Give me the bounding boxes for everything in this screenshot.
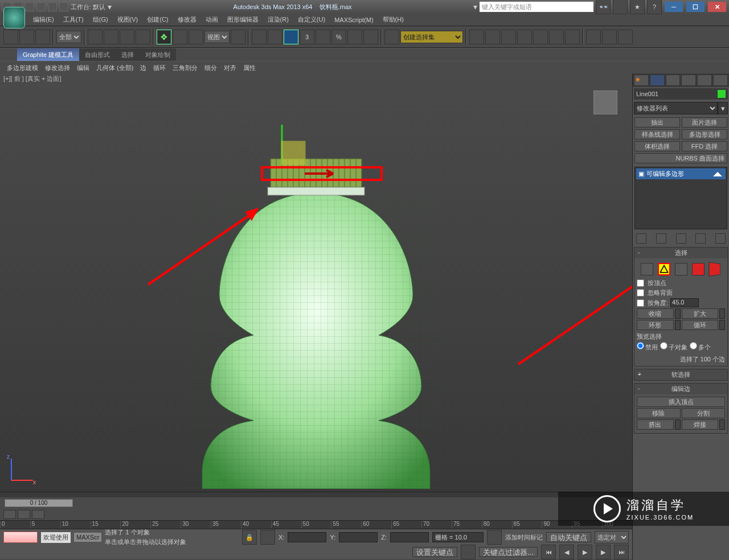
window-close[interactable]: ✕ xyxy=(708,2,726,12)
preview-off-radio[interactable] xyxy=(637,342,644,349)
ribbon-tab-graphite[interactable]: Graphite 建模工具 xyxy=(17,48,79,61)
menu-customize[interactable]: 自定义(U) xyxy=(293,14,330,26)
ribbon-panel-poly[interactable]: 多边形建模 xyxy=(3,61,42,73)
angle-snap-icon[interactable]: 3 xyxy=(300,30,314,44)
menu-modifiers[interactable]: 修改器 xyxy=(173,14,201,26)
object-color-swatch[interactable] xyxy=(718,90,726,98)
viewport-label[interactable]: [+][ 前 ] [真实 + 边面] xyxy=(3,75,61,83)
spinner-snap-icon[interactable]: % xyxy=(331,30,346,44)
abc-icon[interactable] xyxy=(384,30,399,44)
time-tag-icon[interactable] xyxy=(487,530,502,545)
remove-modifier-icon[interactable] xyxy=(695,233,706,244)
qb-spline-sel[interactable]: 样条线选择 xyxy=(634,129,680,139)
ribbon-tab-freeform[interactable]: 自由形式 xyxy=(79,48,116,61)
maxscript-label[interactable]: MAXScr xyxy=(74,533,101,542)
ring-spinner[interactable] xyxy=(675,320,681,330)
graphite-icon[interactable] xyxy=(517,30,532,44)
pin-stack-icon[interactable] xyxy=(636,233,646,244)
qb-patch-sel[interactable]: 面片选择 xyxy=(682,117,727,127)
bind-spacewarp-icon[interactable] xyxy=(35,30,50,44)
subobj-border-icon[interactable] xyxy=(675,263,687,275)
key-filter-icon[interactable] xyxy=(18,510,30,519)
rollout-soft-header[interactable]: +软选择 xyxy=(634,369,727,380)
ribbon-panel-align[interactable]: 对齐 xyxy=(220,61,240,73)
subobj-vertex-icon[interactable] xyxy=(641,263,653,275)
region-rect-icon[interactable] xyxy=(120,30,134,44)
extrude-button[interactable]: 挤出 xyxy=(637,419,674,430)
loop-button[interactable]: 循环 xyxy=(682,320,719,330)
viewport-scrollbar[interactable] xyxy=(0,492,632,497)
qb-poly-sel[interactable]: 多边形选择 xyxy=(682,129,727,139)
ribbon-panel-modsel[interactable]: 修改选择 xyxy=(42,61,73,73)
time-slider-thumb[interactable]: 0 / 100 xyxy=(5,499,73,507)
qat-link-icon[interactable] xyxy=(59,2,68,11)
object-name-field[interactable]: Line001 xyxy=(634,88,728,100)
time-slider[interactable]: 0 / 100 xyxy=(0,497,632,509)
insert-vertex-button[interactable]: 插入顶点 xyxy=(637,397,725,407)
loop-spinner[interactable] xyxy=(719,320,725,330)
play-icon[interactable]: ▶ xyxy=(578,545,592,559)
key-filters-button[interactable]: 关键点过滤器... xyxy=(479,547,538,557)
goto-end-icon[interactable]: ⏭ xyxy=(614,545,629,559)
bottle-model[interactable]: y xyxy=(157,125,476,489)
ribbon-panel-loops[interactable]: 循环 xyxy=(150,61,169,73)
coord-x-input[interactable] xyxy=(288,532,326,542)
collapse-ribbon-icon[interactable]: ▾ xyxy=(473,2,477,11)
tab-motion-icon[interactable] xyxy=(681,75,696,86)
stack-item-editable-poly[interactable]: ▣ 可编辑多边形 xyxy=(636,168,726,179)
ribbon-panel-edit[interactable]: 编辑 xyxy=(73,61,93,73)
configure-sets-icon[interactable] xyxy=(715,233,726,244)
modifier-list[interactable]: 修改器列表 ▾ xyxy=(634,102,728,114)
goto-start-icon[interactable]: ⏮ xyxy=(541,545,556,559)
rollout-soft-selection[interactable]: +软选择 xyxy=(634,369,728,381)
manipulate-icon[interactable] xyxy=(252,30,267,44)
rollout-selection-header[interactable]: 选择 xyxy=(634,248,727,258)
qat-redo-icon[interactable] xyxy=(48,2,57,11)
menu-render[interactable]: 渲染(R) xyxy=(263,14,293,26)
qb-extract[interactable]: 抽出 xyxy=(634,117,680,127)
shrink-button[interactable]: 收缩 xyxy=(637,308,674,319)
qat-save-icon[interactable] xyxy=(25,2,34,11)
select-rotate-icon[interactable] xyxy=(173,30,187,44)
render-frame-icon[interactable] xyxy=(602,30,617,44)
menu-views[interactable]: 视图(V) xyxy=(113,14,143,26)
ribbon-tab-paint[interactable]: 对象绘制 xyxy=(140,48,176,61)
select-icon[interactable] xyxy=(88,30,103,44)
ring-button[interactable]: 环形 xyxy=(637,320,674,330)
modifier-list-dropdown-icon[interactable]: ▾ xyxy=(718,102,728,114)
ribbon-panel-edges[interactable]: 边 xyxy=(137,61,150,73)
coord-y-input[interactable] xyxy=(339,532,378,542)
set-key-icon[interactable] xyxy=(461,545,476,559)
tab-create-icon[interactable]: ✴ xyxy=(634,75,649,86)
use-pivot-center-icon[interactable] xyxy=(231,30,245,44)
prev-frame-icon[interactable]: ◀ xyxy=(559,545,574,559)
split-button[interactable]: 分割 xyxy=(682,408,726,418)
qb-vol-sel[interactable]: 体积选择 xyxy=(634,141,680,151)
by-vertex-checkbox[interactable] xyxy=(637,279,644,287)
menu-edit[interactable]: 编辑(E) xyxy=(28,14,59,26)
keyboard-shortcut-icon[interactable] xyxy=(268,30,282,44)
qb-ffd-sel[interactable]: FFD 选择 xyxy=(682,141,727,151)
material-editor-icon[interactable] xyxy=(565,30,580,44)
extrude-settings-icon[interactable] xyxy=(675,419,681,430)
help-icon[interactable]: ? xyxy=(647,0,662,14)
tab-hierarchy-icon[interactable] xyxy=(666,75,681,86)
search-icon[interactable]: 👓 xyxy=(596,0,611,14)
preview-subobj-radio[interactable] xyxy=(660,342,667,349)
menu-tools[interactable]: 工具(T) xyxy=(59,14,88,26)
weld-button[interactable]: 焊接 xyxy=(682,419,719,430)
mirror-icon[interactable] xyxy=(469,30,484,44)
ribbon-panel-subdiv[interactable]: 细分 xyxy=(201,61,220,73)
grow-spinner[interactable] xyxy=(719,308,725,319)
angle-spinner[interactable]: 45.0 xyxy=(670,298,699,307)
ribbon-panel-tri[interactable]: 三角剖分 xyxy=(169,61,201,73)
subobj-edge-icon[interactable] xyxy=(658,263,670,275)
render-setup-icon[interactable] xyxy=(586,30,601,44)
viewport[interactable]: [+][ 前 ] [真实 + 边面] xyxy=(0,73,632,492)
subobj-poly-icon[interactable] xyxy=(692,263,705,275)
tab-utilities-icon[interactable] xyxy=(713,75,728,86)
edit-named-sel-icon[interactable] xyxy=(363,30,378,44)
key-tangent-icon[interactable] xyxy=(32,510,44,519)
rollout-edit-edges-header[interactable]: 编辑边 xyxy=(634,384,727,394)
next-frame-icon[interactable]: ▶ xyxy=(596,545,611,559)
